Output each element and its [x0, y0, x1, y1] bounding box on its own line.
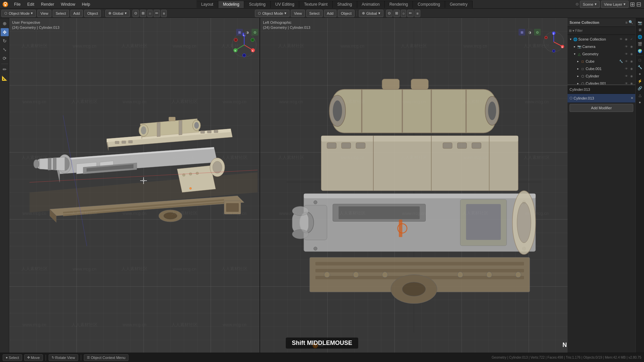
rotate-view-status-btn[interactable]: ↻ Rotate View [49, 354, 78, 361]
move-tool-btn[interactable]: ✥ [1, 28, 9, 36]
blender-logo[interactable] [1, 0, 9, 8]
right-annotation-btn[interactable]: ✏ [407, 10, 414, 17]
cylinder-restrict[interactable]: ◉ [629, 74, 634, 78]
right-select-btn[interactable]: Select [306, 10, 323, 17]
snapping-btn[interactable]: ⊞ [140, 10, 146, 17]
render-props-icon[interactable]: 📷 [637, 19, 643, 26]
viewport-wireframe-btn[interactable]: ⊙ [252, 29, 258, 36]
data-props-icon[interactable]: △ [637, 92, 643, 99]
outliner-item-cube001[interactable]: ▸ □ Cube.001 👁 ◉ [568, 65, 635, 72]
viewport-gizmo-right[interactable]: Z X [542, 30, 566, 55]
view-menu-btn[interactable]: View [37, 10, 51, 17]
tab-compositing[interactable]: Compositing [413, 1, 445, 8]
select-status-btn[interactable]: ● Select [3, 354, 22, 361]
view-layer-selector[interactable]: View Layer ▾ [601, 1, 629, 8]
menu-render[interactable]: Render [38, 0, 57, 8]
tab-rendering[interactable]: Rendering [385, 1, 413, 8]
select-menu-btn[interactable]: Select [53, 10, 69, 17]
viewport-overlay-btn-right[interactable]: ⊞ [519, 29, 525, 36]
cube-eye[interactable]: 👁 [624, 59, 629, 64]
annotate-tool-btn[interactable]: ✏ [1, 65, 9, 73]
annotation-btn[interactable]: ✏ [154, 10, 160, 17]
camera-restrict[interactable]: ◉ [629, 44, 634, 49]
tab-sculpting[interactable]: Sculpting [244, 1, 270, 8]
viewport-overlay-btn[interactable]: ⊞ [236, 29, 243, 36]
viewport-left[interactable]: 人人素材社区www.rrcg.cn人人素材社区www.rrcg.cn人人素材社区… [9, 18, 260, 353]
cylinder-eye[interactable]: 👁 [624, 74, 629, 78]
particles-props-icon[interactable]: ✦ [637, 71, 643, 77]
right-view-btn[interactable]: View [291, 10, 305, 17]
outliner-item-camera[interactable]: ▸ 📷 Camera 👁 ◉ [568, 43, 635, 50]
modifier-close-icon[interactable]: ✕ [631, 96, 633, 100]
scene-props-icon[interactable]: 🎬 [637, 41, 643, 47]
viewport-gizmo-left[interactable]: Z X Y [231, 32, 258, 58]
outliner-item-cylinder001[interactable]: ▸ ⬡ Cylinder.001 👁 ◉ [568, 80, 635, 85]
add-menu-btn[interactable]: Add [70, 10, 83, 17]
scene-collection-cam[interactable]: ◉ [624, 37, 629, 42]
modifier-props-icon[interactable]: 🔧 [637, 64, 643, 70]
material-props-icon[interactable]: ● [637, 99, 643, 106]
tab-texture-paint[interactable]: Texture Paint [299, 1, 332, 8]
right-pivot-btn[interactable]: ⊙ [386, 10, 392, 17]
menu-window[interactable]: Window [57, 0, 78, 8]
move-status-btn[interactable]: ✥ Move [24, 354, 43, 361]
object-mode-btn[interactable]: ⬡ Object Mode ▾ [1, 10, 36, 17]
outliner-item-scene-collection[interactable]: ▾ 🌐 Scene Collection 👁 ◉ ✓ [568, 36, 635, 43]
right-add-btn[interactable]: Add [324, 10, 337, 17]
info-btn[interactable]: ⊟ [636, 1, 641, 8]
transform-space-btn[interactable]: ⊕Global▾ [105, 10, 130, 17]
outliner-item-geometry[interactable]: ▾ △ Geometry 👁 ◉ [568, 50, 635, 58]
geometry-eye[interactable]: 👁 [624, 52, 629, 56]
outliner-item-cube[interactable]: ▸ □ Cube 🔧 👁 ◉ [568, 58, 635, 65]
right-transform-space-btn[interactable]: ⊕Global▾ [359, 10, 383, 17]
outliner-filter-icon[interactable]: ≡ [626, 20, 628, 24]
tab-modeling[interactable]: Modeling [218, 1, 245, 8]
physics-props-icon[interactable]: ⚡ [637, 78, 643, 84]
fullscreen-btn[interactable]: ⊞ [630, 1, 635, 8]
viewport-right[interactable]: 人人素材社区www.rrcg.cn人人素材社区www.rrcg.cn人人素材社区… [260, 18, 568, 353]
tab-uv-editing[interactable]: UV Editing [271, 1, 300, 8]
modifier-icons[interactable]: ≡ [161, 10, 166, 17]
cube001-restrict[interactable]: ◉ [629, 66, 634, 71]
scene-collection-check[interactable]: ✓ [629, 37, 634, 42]
object-menu-btn[interactable]: Object [84, 10, 101, 17]
menu-file[interactable]: File [11, 0, 24, 8]
menu-edit[interactable]: Edit [24, 0, 38, 8]
proportional-btn[interactable]: ○ [147, 10, 153, 17]
outliner-item-cylinder[interactable]: ▸ ⬡ Cylinder 👁 ◉ [568, 72, 635, 80]
measure-tool-btn[interactable]: 📐 [1, 74, 9, 82]
tab-geometry[interactable]: Geometry [445, 1, 473, 8]
tab-animation[interactable]: Animation [357, 1, 385, 8]
tab-shading[interactable]: Shading [333, 1, 357, 8]
right-mode-btn[interactable]: ⬡ Object Mode ▾ [255, 10, 289, 17]
transform-tool-btn[interactable]: ⟳ [1, 54, 9, 62]
right-object-btn[interactable]: Object [338, 10, 355, 17]
geometry-restrict[interactable]: ◉ [629, 52, 634, 56]
outliner-view-icon[interactable]: ⊞ [569, 29, 572, 33]
right-proportional-btn[interactable]: ○ [401, 10, 407, 17]
rotate-tool-btn[interactable]: ↻ [1, 37, 9, 45]
output-props-icon[interactable]: 🖥 [637, 26, 643, 33]
right-snapping-btn[interactable]: ⊞ [393, 10, 400, 17]
viewport-wireframe-btn-right[interactable]: ⊙ [534, 29, 541, 36]
scene-selector[interactable]: Scene ▾ [580, 1, 600, 8]
view-layer-props-icon[interactable]: 🌐 [637, 34, 643, 40]
world-props-icon[interactable]: 🌍 [637, 48, 643, 54]
cube001-eye[interactable]: 👁 [624, 66, 629, 71]
viewport-split-line[interactable] [260, 18, 260, 353]
scale-tool-btn[interactable]: ⤡ [1, 46, 9, 54]
cube-modifier[interactable]: 🔧 [619, 59, 623, 64]
cursor-tool-btn[interactable]: ⊕ [1, 19, 9, 27]
scene-collection-eye[interactable]: 👁 [619, 37, 623, 42]
object-context-status-btn[interactable]: ☰ Object Context Menu [84, 354, 128, 361]
outliner-filter-btn[interactable]: ▾ Filter [573, 29, 583, 33]
outliner-search-icon[interactable]: 🔍 [629, 20, 633, 24]
constraints-props-icon[interactable]: 🔗 [637, 85, 643, 92]
cyl001-restrict[interactable]: ◉ [629, 81, 634, 85]
viewport-shading-btn-right[interactable]: ◑ [526, 29, 533, 36]
object-props-icon[interactable]: □ [637, 57, 643, 63]
viewport-shading-btn[interactable]: ◑ [244, 29, 251, 36]
cube-restrict[interactable]: ◉ [629, 59, 634, 64]
pivot-point-btn[interactable]: ⊙ [132, 10, 139, 17]
camera-eye[interactable]: 👁 [624, 44, 629, 49]
